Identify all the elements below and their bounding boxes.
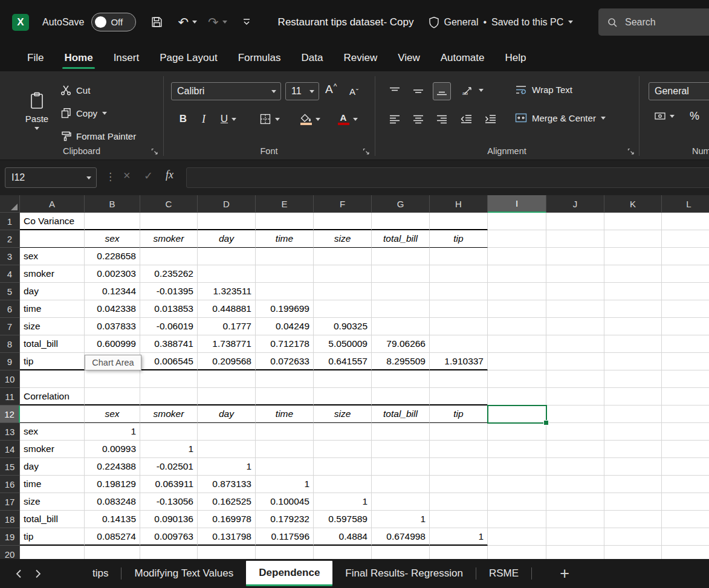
cell-F6[interactable] (314, 300, 372, 318)
cell-G3[interactable] (372, 248, 430, 265)
row-header-10[interactable]: 10 (0, 370, 20, 388)
cell-B14[interactable]: 0.00993 (85, 441, 140, 458)
cell-B13[interactable]: 1 (85, 423, 140, 441)
cell-L17[interactable] (662, 493, 709, 511)
middle-align-button[interactable] (409, 82, 427, 100)
cell-I6[interactable] (488, 300, 546, 318)
cell-G4[interactable] (372, 265, 430, 283)
row-header-5[interactable]: 5 (0, 283, 20, 300)
cell-H7[interactable] (430, 318, 488, 335)
cell-F9[interactable]: 0.641557 (314, 353, 372, 370)
cell-D5[interactable]: 1.323511 (198, 283, 256, 300)
cell-J10[interactable] (546, 370, 604, 388)
cell-D15[interactable]: 1 (198, 458, 256, 476)
cell-L10[interactable] (662, 370, 709, 388)
cell-I18[interactable] (488, 511, 546, 528)
cell-F4[interactable] (314, 265, 372, 283)
cell-E3[interactable] (256, 248, 314, 265)
cell-H4[interactable] (430, 265, 488, 283)
row-header-17[interactable]: 17 (0, 493, 20, 511)
align-right-button[interactable] (433, 110, 451, 128)
cell-J17[interactable] (546, 493, 604, 511)
cell-B2[interactable]: sex (85, 230, 140, 248)
cell-G17[interactable] (372, 493, 430, 511)
cell-H18[interactable] (430, 511, 488, 528)
cell-L18[interactable] (662, 511, 709, 528)
cell-D9[interactable]: 0.209568 (198, 353, 256, 370)
cell-D12[interactable]: day (198, 405, 256, 423)
cell-D20[interactable] (198, 546, 256, 559)
row-header-11[interactable]: 11 (0, 388, 20, 405)
cell-K7[interactable] (604, 318, 662, 335)
cell-B18[interactable]: 0.14135 (85, 511, 140, 528)
cell-C11[interactable] (140, 388, 198, 405)
row-header-12[interactable]: 12 (0, 405, 20, 423)
cell-F12[interactable]: size (314, 405, 372, 423)
cell-C18[interactable]: 0.090136 (140, 511, 198, 528)
cell-I11[interactable] (488, 388, 546, 405)
cell-B20[interactable] (85, 546, 140, 559)
cell-J5[interactable] (546, 283, 604, 300)
cell-J1[interactable] (546, 213, 604, 230)
sheet-tab-rsme[interactable]: RSME (476, 559, 531, 588)
cell-E17[interactable]: 0.100045 (256, 493, 314, 511)
cell-I3[interactable] (488, 248, 546, 265)
row-header-18[interactable]: 18 (0, 511, 20, 528)
cell-A12[interactable] (20, 405, 85, 423)
column-header-J[interactable]: J (546, 195, 604, 213)
cell-C5[interactable]: -0.01395 (140, 283, 198, 300)
cell-H6[interactable] (430, 300, 488, 318)
cell-G1[interactable] (372, 213, 430, 230)
cell-A1[interactable]: Co Variance (20, 213, 85, 230)
row-header-6[interactable]: 6 (0, 300, 20, 318)
cell-H20[interactable] (430, 546, 488, 559)
cell-F19[interactable]: 0.4884 (314, 528, 372, 546)
row-header-16[interactable]: 16 (0, 476, 20, 493)
autosave-toggle[interactable]: Off (91, 13, 136, 31)
sheet-tab-tips[interactable]: tips (80, 559, 121, 588)
cell-J13[interactable] (546, 423, 604, 441)
select-all-button[interactable] (0, 195, 20, 213)
cell-I16[interactable] (488, 476, 546, 493)
cell-K12[interactable] (604, 405, 662, 423)
cell-J6[interactable] (546, 300, 604, 318)
cell-G2[interactable]: total_bill (372, 230, 430, 248)
cell-H12[interactable]: tip (430, 405, 488, 423)
cell-C15[interactable]: -0.02501 (140, 458, 198, 476)
name-box[interactable]: I12 (5, 167, 97, 188)
cell-D18[interactable]: 0.169978 (198, 511, 256, 528)
undo-button[interactable]: ↶ (178, 16, 197, 28)
paste-button[interactable]: Paste (18, 77, 56, 144)
fill-color-button[interactable] (294, 110, 326, 128)
cell-J19[interactable] (546, 528, 604, 546)
cancel-icon[interactable]: × (123, 169, 131, 183)
menu-tab-page-layout[interactable]: Page Layout (149, 44, 227, 71)
cell-H8[interactable] (430, 335, 488, 353)
cell-E8[interactable]: 0.712178 (256, 335, 314, 353)
cell-D6[interactable]: 0.448881 (198, 300, 256, 318)
cut-button[interactable]: Cut (60, 85, 90, 95)
cell-F2[interactable]: size (314, 230, 372, 248)
cell-A8[interactable]: total_bill (20, 335, 85, 353)
italic-button[interactable]: I (195, 110, 213, 128)
cell-G13[interactable] (372, 423, 430, 441)
cell-I1[interactable] (488, 213, 546, 230)
cell-C16[interactable]: 0.063911 (140, 476, 198, 493)
cell-A2[interactable] (20, 230, 85, 248)
fill-handle[interactable] (543, 420, 549, 425)
cell-K8[interactable] (604, 335, 662, 353)
cell-F16[interactable] (314, 476, 372, 493)
number-format-combobox[interactable]: General (649, 82, 709, 100)
cell-H15[interactable] (430, 458, 488, 476)
cell-G11[interactable] (372, 388, 430, 405)
cell-H1[interactable] (430, 213, 488, 230)
cell-I14[interactable] (488, 441, 546, 458)
menu-tab-insert[interactable]: Insert (103, 44, 150, 71)
cell-L5[interactable] (662, 283, 709, 300)
cell-K2[interactable] (604, 230, 662, 248)
cell-L20[interactable] (662, 546, 709, 559)
cell-I8[interactable] (488, 335, 546, 353)
sheet-tab-dependence[interactable]: Dependence (246, 561, 332, 586)
column-header-K[interactable]: K (604, 195, 662, 213)
cell-L7[interactable] (662, 318, 709, 335)
